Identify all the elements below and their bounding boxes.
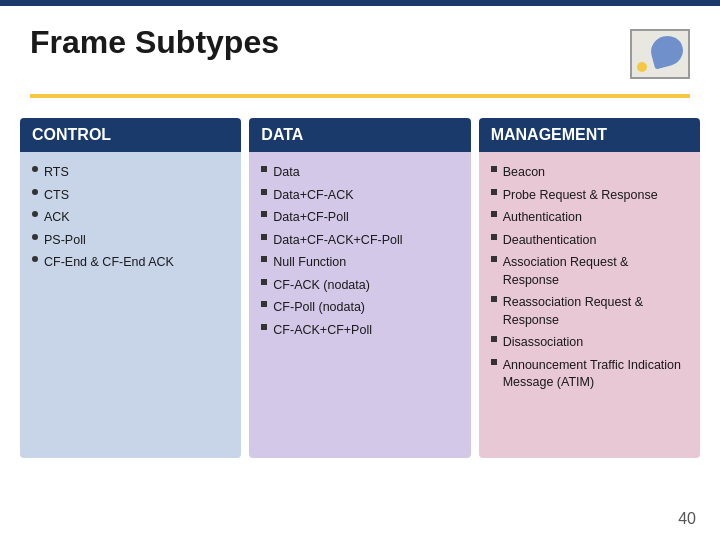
page-title: Frame Subtypes [30,24,279,61]
list-item: CF-ACK (nodata) [261,277,458,295]
header: Frame Subtypes [0,6,720,94]
bullet-icon [261,166,267,172]
columns-container: CONTROL RTS CTS ACK PS-Poll CF-End & CF-… [20,118,700,458]
logo [610,24,690,84]
bullet-icon [491,296,497,302]
list-item: Data+CF-ACK+CF-Poll [261,232,458,250]
control-column: CONTROL RTS CTS ACK PS-Poll CF-End & CF-… [20,118,241,458]
bullet-icon [32,256,38,262]
bullet-icon [32,166,38,172]
bullet-icon [261,256,267,262]
bullet-icon [261,211,267,217]
management-column: MANAGEMENT Beacon Probe Request & Respon… [479,118,700,458]
bullet-icon [32,211,38,217]
list-item: CF-ACK+CF+Poll [261,322,458,340]
list-item: Beacon [491,164,688,182]
list-item: Disassociation [491,334,688,352]
list-item: Data [261,164,458,182]
management-body: Beacon Probe Request & Response Authenti… [479,152,700,458]
underline-bar [30,94,690,98]
bullet-icon [32,234,38,240]
list-item: Null Function [261,254,458,272]
bullet-icon [261,301,267,307]
list-item: Authentication [491,209,688,227]
bullet-icon [491,359,497,365]
bullet-icon [491,189,497,195]
bullet-icon [491,256,497,262]
control-header: CONTROL [20,118,241,152]
data-column: DATA Data Data+CF-ACK Data+CF-Poll Data+… [249,118,470,458]
list-item: ACK [32,209,229,227]
bullet-icon [261,279,267,285]
logo-inner [630,29,690,79]
bullet-icon [261,189,267,195]
list-item: Data+CF-ACK [261,187,458,205]
bullet-icon [491,166,497,172]
slide: Frame Subtypes CONTROL RTS CTS ACK PS-Po… [0,0,720,540]
data-body: Data Data+CF-ACK Data+CF-Poll Data+CF-AC… [249,152,470,458]
list-item: Deauthentication [491,232,688,250]
data-header: DATA [249,118,470,152]
bullet-icon [261,234,267,240]
list-item: CF-End & CF-End ACK [32,254,229,272]
list-item: Reassociation Request & Response [491,294,688,329]
page-number: 40 [678,510,696,528]
list-item: CF-Poll (nodata) [261,299,458,317]
control-list: RTS CTS ACK PS-Poll CF-End & CF-End ACK [32,164,229,272]
bullet-icon [491,234,497,240]
bullet-icon [32,189,38,195]
list-item: PS-Poll [32,232,229,250]
list-item: Probe Request & Response [491,187,688,205]
control-body: RTS CTS ACK PS-Poll CF-End & CF-End ACK [20,152,241,458]
management-header: MANAGEMENT [479,118,700,152]
bullet-icon [491,211,497,217]
bullet-icon [491,336,497,342]
bullet-icon [261,324,267,330]
list-item: RTS [32,164,229,182]
management-list: Beacon Probe Request & Response Authenti… [491,164,688,392]
list-item: Announcement Traffic Indication Message … [491,357,688,392]
list-item: Data+CF-Poll [261,209,458,227]
data-list: Data Data+CF-ACK Data+CF-Poll Data+CF-AC… [261,164,458,339]
list-item: Association Request & Response [491,254,688,289]
list-item: CTS [32,187,229,205]
